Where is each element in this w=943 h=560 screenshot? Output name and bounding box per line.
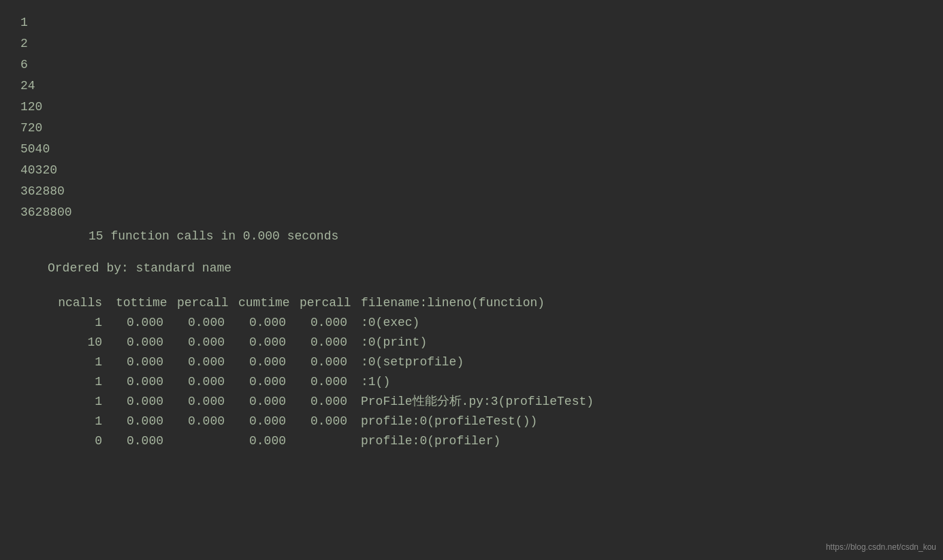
cell-tottime: 0.000 [116, 333, 177, 352]
cell-percall2: 0.000 [300, 333, 361, 352]
header-percall1: percall [177, 294, 238, 312]
header-ncalls: ncalls [48, 294, 116, 312]
cell-filename: ProFile性能分析.py:3(profileTest) [361, 393, 923, 411]
table-row: 1 0.000 0.000 0.000 0.000 :0(exec) [48, 314, 923, 332]
cell-tottime: 0.000 [116, 393, 177, 411]
table-row: 1 0.000 0.000 0.000 0.000 ProFile性能分析.py… [48, 393, 923, 411]
cell-tottime: 0.000 [116, 373, 177, 391]
cell-tottime: 0.000 [116, 412, 177, 431]
cell-percall1: 0.000 [177, 373, 238, 391]
output-number: 720 [20, 119, 923, 137]
output-number: 1 [20, 14, 923, 32]
cell-ncalls: 1 [48, 353, 116, 372]
profile-table: ncalls tottime percall cumtime percall f… [20, 294, 923, 450]
output-number: 40320 [20, 161, 923, 180]
cell-filename: :1() [361, 373, 923, 391]
cell-percall1: 0.000 [177, 412, 238, 431]
cell-percall2: 0.000 [300, 314, 361, 332]
cell-percall2: 0.000 [300, 393, 361, 411]
output-number: 120 [20, 98, 923, 116]
cell-ncalls: 1 [48, 373, 116, 391]
cell-percall1: 0.000 [177, 353, 238, 372]
cell-filename: profile:0(profileTest()) [361, 412, 923, 431]
output-number: 6 [20, 56, 923, 74]
cell-filename: :0(setprofile) [361, 353, 923, 372]
output-section: 126241207205040403203628803628800 15 fun… [20, 14, 923, 278]
profile-summary: 15 function calls in 0.000 seconds [20, 227, 923, 246]
cell-tottime: 0.000 [116, 314, 177, 332]
output-number: 24 [20, 77, 923, 95]
cell-filename: :0(print) [361, 333, 923, 352]
cell-percall1: 0.000 [177, 393, 238, 411]
cell-ncalls: 1 [48, 393, 116, 411]
cell-tottime: 0.000 [116, 432, 177, 450]
table-body: 1 0.000 0.000 0.000 0.000 :0(exec) 10 0.… [48, 314, 923, 450]
cell-percall1: 0.000 [177, 314, 238, 332]
cell-filename: profile:0(profiler) [361, 432, 923, 450]
cell-tottime: 0.000 [116, 353, 177, 372]
table-header-row: ncalls tottime percall cumtime percall f… [48, 294, 923, 312]
header-cumtime: cumtime [238, 294, 300, 312]
output-number: 3628800 [20, 203, 923, 222]
output-number: 362880 [20, 182, 923, 201]
header-tottime: tottime [116, 294, 177, 312]
cell-ncalls: 1 [48, 412, 116, 431]
cell-percall1 [177, 432, 238, 450]
ordered-by: Ordered by: standard name [20, 259, 923, 278]
cell-cumtime: 0.000 [238, 393, 300, 411]
cell-percall2: 0.000 [300, 412, 361, 431]
cell-ncalls: 10 [48, 333, 116, 352]
header-filename: filename:lineno(function) [361, 294, 923, 312]
watermark: https://blog.csdn.net/csdn_kou [826, 541, 936, 553]
cell-filename: :0(exec) [361, 314, 923, 332]
cell-cumtime: 0.000 [238, 333, 300, 352]
table-row: 10 0.000 0.000 0.000 0.000 :0(print) [48, 333, 923, 352]
cell-ncalls: 1 [48, 314, 116, 332]
cell-percall2 [300, 432, 361, 450]
table-row: 0 0.000 0.000 profile:0(profiler) [48, 432, 923, 450]
cell-cumtime: 0.000 [238, 314, 300, 332]
cell-percall1: 0.000 [177, 333, 238, 352]
number-list: 126241207205040403203628803628800 [20, 14, 923, 222]
cell-cumtime: 0.000 [238, 353, 300, 372]
table-row: 1 0.000 0.000 0.000 0.000 profile:0(prof… [48, 412, 923, 431]
cell-percall2: 0.000 [300, 353, 361, 372]
cell-ncalls: 0 [48, 432, 116, 450]
cell-percall2: 0.000 [300, 373, 361, 391]
table-row: 1 0.000 0.000 0.000 0.000 :0(setprofile) [48, 353, 923, 372]
cell-cumtime: 0.000 [238, 373, 300, 391]
output-number: 5040 [20, 140, 923, 159]
cell-cumtime: 0.000 [238, 432, 300, 450]
output-number: 2 [20, 35, 923, 53]
table-row: 1 0.000 0.000 0.000 0.000 :1() [48, 373, 923, 391]
cell-cumtime: 0.000 [238, 412, 300, 431]
header-percall2: percall [300, 294, 361, 312]
